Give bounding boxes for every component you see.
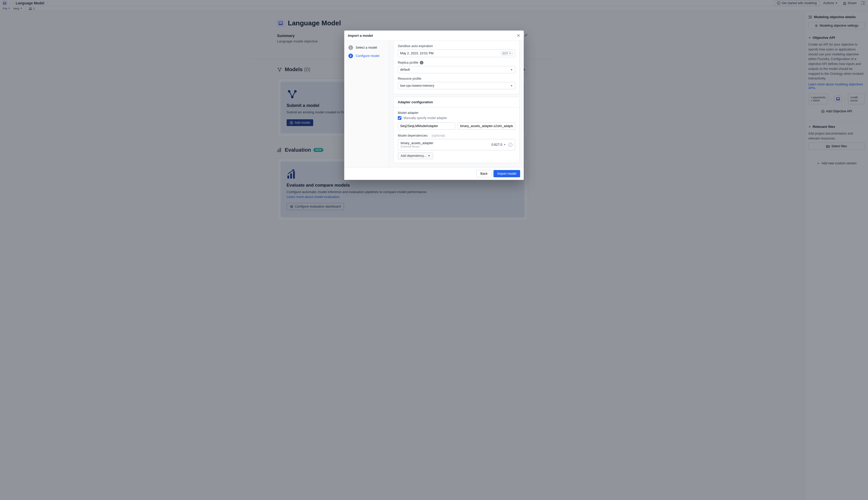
back-button[interactable]: Back bbox=[477, 170, 491, 177]
caret-down-icon: ▼ bbox=[428, 155, 430, 157]
sandbox-expiration-input[interactable]: May 2, 2023, 10:01 PM EDT ▼ bbox=[398, 49, 515, 57]
step-number: 2 bbox=[348, 54, 353, 58]
dependency-row: binary_assets_adapter External library 0… bbox=[398, 139, 515, 150]
close-icon[interactable]: ✕ bbox=[517, 33, 520, 38]
add-dependency-button[interactable]: Add dependency... ▼ bbox=[398, 152, 433, 159]
model-adapter-label: Model adapter bbox=[398, 111, 515, 115]
resource-profile-label: Resource profile bbox=[398, 77, 515, 80]
dependency-version-select[interactable]: 0.627.0 ▼ bbox=[491, 143, 506, 147]
dependency-name: binary_assets_adapter bbox=[401, 141, 433, 145]
caret-down-icon: ▼ bbox=[509, 52, 511, 55]
dependency-type: External library bbox=[401, 145, 433, 148]
timezone-selector[interactable]: EDT ▼ bbox=[501, 51, 513, 55]
model-dependencies-label: Model dependencies (optional) bbox=[398, 134, 515, 137]
manual-adapter-checkbox[interactable]: Manually specify model adapter bbox=[398, 116, 515, 120]
adapter-class-input[interactable] bbox=[398, 122, 455, 130]
step-configure-model[interactable]: 2 Configure model bbox=[346, 52, 387, 60]
import-model-button[interactable]: Import model bbox=[493, 170, 520, 177]
replica-profile-label: Replica profile i bbox=[398, 61, 515, 65]
step-number: 1 bbox=[348, 45, 353, 50]
adapter-section-heading: Adapter configuration bbox=[394, 97, 519, 107]
remove-dependency-button[interactable]: − bbox=[508, 143, 512, 147]
dialog-title: Import a model bbox=[348, 34, 373, 37]
import-model-dialog: Import a model ✕ 1 Select a model 2 Conf… bbox=[344, 31, 524, 180]
info-icon[interactable]: i bbox=[420, 61, 423, 65]
caret-down-icon: ▼ bbox=[504, 144, 506, 146]
caret-down-icon: ▼ bbox=[510, 84, 513, 87]
adapter-module-input[interactable] bbox=[458, 122, 515, 130]
resource-profile-select[interactable]: low-cpu-lowest-memory ▼ bbox=[398, 82, 515, 89]
replica-profile-select[interactable]: default ▼ bbox=[398, 66, 515, 73]
step-select-model[interactable]: 1 Select a model bbox=[346, 44, 387, 52]
manual-adapter-checkbox-input[interactable] bbox=[398, 116, 401, 120]
caret-down-icon: ▼ bbox=[510, 68, 513, 71]
sandbox-expiration-label: Sandbox auto-expiration bbox=[398, 44, 515, 48]
